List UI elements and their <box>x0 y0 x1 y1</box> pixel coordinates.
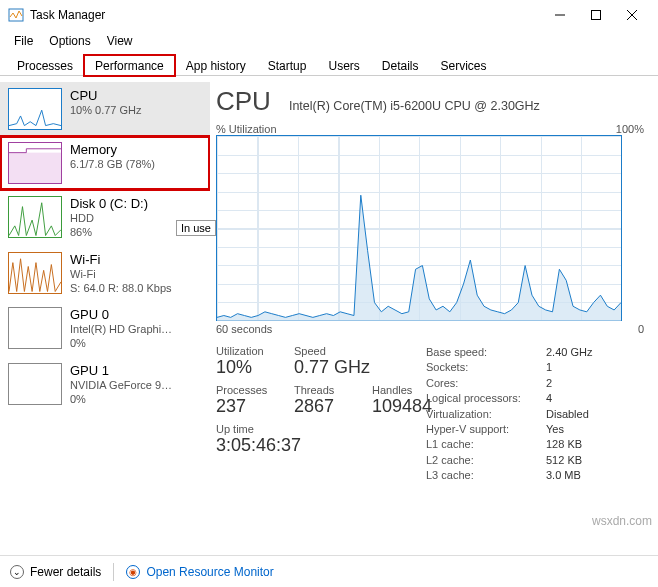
cpu-thumb-icon <box>8 88 62 130</box>
tab-details[interactable]: Details <box>371 55 430 76</box>
hnd-label: Handles <box>372 384 432 396</box>
menu-view[interactable]: View <box>99 32 141 50</box>
disk-thumb-icon <box>8 196 62 238</box>
utilization-chart <box>216 135 622 321</box>
spec-list: Base speed:2.40 GHzSockets:1Cores:2Logic… <box>426 345 644 484</box>
watermark: wsxdn.com <box>592 514 652 528</box>
tab-apphistory[interactable]: App history <box>175 55 257 76</box>
sidebar-item-label: Disk 0 (C: D:) <box>70 196 148 211</box>
fewer-details-button[interactable]: Fewer details <box>30 565 101 579</box>
spec-val: 1 <box>546 360 552 375</box>
tab-performance[interactable]: Performance <box>84 55 175 76</box>
tab-processes[interactable]: Processes <box>6 55 84 76</box>
sidebar-item-label: Wi-Fi <box>70 252 172 267</box>
titlebar: Task Manager <box>0 0 658 30</box>
close-button[interactable] <box>614 1 650 29</box>
menu-file[interactable]: File <box>6 32 41 50</box>
tab-services[interactable]: Services <box>430 55 498 76</box>
monitor-icon: ◉ <box>126 565 140 579</box>
tab-users[interactable]: Users <box>317 55 370 76</box>
spec-val: 2.40 GHz <box>546 345 592 360</box>
svg-rect-2 <box>592 11 601 20</box>
spec-key: Logical processors: <box>426 391 546 406</box>
gpu1-thumb-icon <box>8 363 62 405</box>
sidebar-item-sub: HDD <box>70 211 148 225</box>
sidebar-item-disk[interactable]: Disk 0 (C: D:) HDD 86% <box>0 190 210 246</box>
sidebar-item-sub: NVIDIA GeForce 9… <box>70 378 172 392</box>
chart-xleft: 60 seconds <box>216 323 272 335</box>
spec-key: Cores: <box>426 376 546 391</box>
menubar: File Options View <box>0 30 658 52</box>
svg-rect-5 <box>9 153 61 184</box>
spec-val: 512 KB <box>546 453 582 468</box>
minimize-button[interactable] <box>542 1 578 29</box>
spec-val: Yes <box>546 422 564 437</box>
menu-options[interactable]: Options <box>41 32 98 50</box>
thr-value: 2867 <box>294 396 354 417</box>
spec-key: Sockets: <box>426 360 546 375</box>
spec-key: Hyper-V support: <box>426 422 546 437</box>
uptime-label: Up time <box>216 423 426 435</box>
sidebar-item-gpu0[interactable]: GPU 0 Intel(R) HD Graphi… 0% <box>0 301 210 357</box>
sidebar-item-cpu[interactable]: CPU 10% 0.77 GHz <box>0 82 210 136</box>
sidebar-item-sub2: S: 64.0 R: 88.0 Kbps <box>70 281 172 295</box>
sidebar-item-gpu1[interactable]: GPU 1 NVIDIA GeForce 9… 0% <box>0 357 210 413</box>
chart-xright: 0 <box>638 323 644 335</box>
sidebar-item-sub: 10% 0.77 GHz <box>70 103 142 117</box>
sidebar-item-sub: Intel(R) HD Graphi… <box>70 322 172 336</box>
spec-val: Disabled <box>546 407 589 422</box>
spec-val: 128 KB <box>546 437 582 452</box>
util-label: Utilization <box>216 345 276 357</box>
spec-key: Base speed: <box>426 345 546 360</box>
sidebar: CPU 10% 0.77 GHz Memory 6.1/7.8 GB (78%)… <box>0 76 210 566</box>
sidebar-item-label: GPU 1 <box>70 363 172 378</box>
spec-val: 2 <box>546 376 552 391</box>
cpu-model: Intel(R) Core(TM) i5-6200U CPU @ 2.30GHz <box>289 99 540 113</box>
memory-thumb-icon <box>8 142 62 184</box>
sidebar-item-sub2: 86% <box>70 225 148 239</box>
spec-key: L2 cache: <box>426 453 546 468</box>
util-value: 10% <box>216 357 276 378</box>
sidebar-item-label: Memory <box>70 142 155 157</box>
wifi-thumb-icon <box>8 252 62 294</box>
speed-label: Speed <box>294 345 370 357</box>
tab-startup[interactable]: Startup <box>257 55 318 76</box>
proc-value: 237 <box>216 396 276 417</box>
spec-val: 4 <box>546 391 552 406</box>
spec-key: Virtualization: <box>426 407 546 422</box>
page-title: CPU <box>216 86 271 117</box>
open-resource-monitor-link[interactable]: Open Resource Monitor <box>146 565 273 579</box>
proc-label: Processes <box>216 384 276 396</box>
sidebar-item-sub2: 0% <box>70 392 172 406</box>
speed-value: 0.77 GHz <box>294 357 370 378</box>
spec-val: 3.0 MB <box>546 468 581 483</box>
spec-key: L3 cache: <box>426 468 546 483</box>
sidebar-item-sub2: 0% <box>70 336 172 350</box>
chevron-down-icon[interactable]: ⌄ <box>10 565 24 579</box>
divider <box>113 563 114 581</box>
chart-ylabel: % Utilization <box>216 123 277 135</box>
tab-strip: Processes Performance App history Startu… <box>0 52 658 76</box>
thr-label: Threads <box>294 384 354 396</box>
sidebar-item-label: GPU 0 <box>70 307 172 322</box>
hnd-value: 109484 <box>372 396 432 417</box>
uptime-value: 3:05:46:37 <box>216 435 426 456</box>
gpu0-thumb-icon <box>8 307 62 349</box>
sidebar-item-sub: 6.1/7.8 GB (78%) <box>70 157 155 171</box>
footer: ⌄ Fewer details ◉ Open Resource Monitor <box>0 555 658 587</box>
spec-key: L1 cache: <box>426 437 546 452</box>
maximize-button[interactable] <box>578 1 614 29</box>
chart-ymax: 100% <box>616 123 644 135</box>
app-icon <box>8 7 24 23</box>
sidebar-item-label: CPU <box>70 88 142 103</box>
main-panel: CPU Intel(R) Core(TM) i5-6200U CPU @ 2.3… <box>210 76 658 566</box>
window-title: Task Manager <box>30 8 542 22</box>
sidebar-item-memory[interactable]: Memory 6.1/7.8 GB (78%) <box>0 136 210 190</box>
sidebar-item-wifi[interactable]: Wi-Fi Wi-Fi S: 64.0 R: 88.0 Kbps <box>0 246 210 302</box>
sidebar-item-sub: Wi-Fi <box>70 267 172 281</box>
